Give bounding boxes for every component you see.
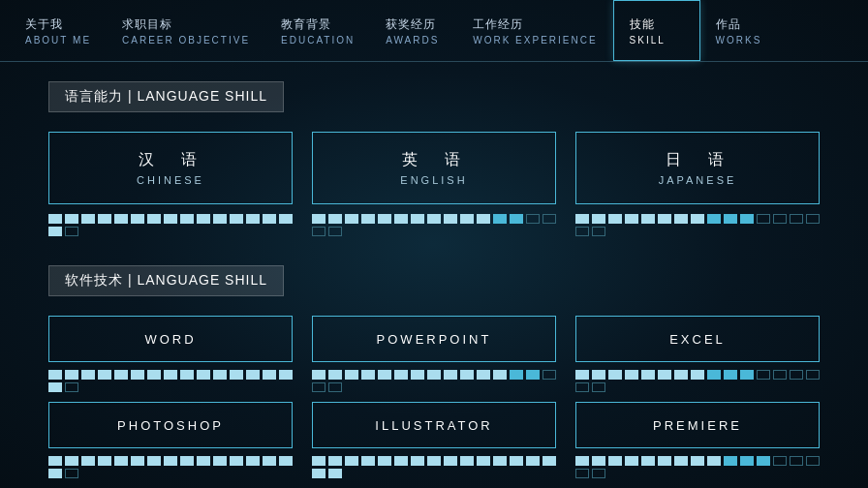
progress-row bbox=[575, 370, 820, 392]
progress-cell bbox=[131, 456, 144, 466]
progress-cell bbox=[542, 456, 556, 466]
progress-cell bbox=[806, 214, 820, 224]
nav-label-zh: 获奖经历 bbox=[386, 16, 436, 33]
progress-cell bbox=[526, 214, 540, 224]
software-card: POWERPOINT bbox=[312, 316, 556, 392]
progress-cell bbox=[65, 469, 78, 478]
progress-cell bbox=[526, 370, 540, 380]
sw-name: WORD bbox=[144, 332, 196, 347]
skill-name-zh: 英 语 bbox=[323, 150, 545, 170]
progress-cell bbox=[444, 370, 457, 380]
progress-cell bbox=[444, 456, 457, 466]
language-skill-card: 英 语 ENGLISH bbox=[312, 132, 556, 236]
progress-row bbox=[312, 214, 556, 236]
sw-box: EXCEL bbox=[575, 316, 820, 362]
software-card: PHOTOSHOP bbox=[48, 402, 293, 478]
nav-item-work-experience[interactable]: 工作经历 WORK EXPERIENCE bbox=[457, 0, 612, 61]
progress-cell bbox=[625, 370, 638, 380]
progress-cell bbox=[740, 456, 754, 466]
progress-cell bbox=[328, 227, 342, 236]
progress-cell bbox=[246, 214, 260, 224]
progress-cell bbox=[263, 370, 276, 380]
progress-cell bbox=[345, 214, 358, 224]
nav-label-zh: 关于我 bbox=[25, 16, 63, 33]
software-grid: WORDPOWERPOINTEXCELPHOTOSHOPILLUSTRATORP… bbox=[48, 316, 820, 478]
progress-cell bbox=[411, 214, 424, 224]
progress-cell bbox=[312, 227, 326, 236]
progress-cell bbox=[230, 214, 243, 224]
progress-cell bbox=[707, 456, 721, 466]
progress-cell bbox=[394, 370, 408, 380]
progress-cell bbox=[477, 214, 490, 224]
progress-cell bbox=[312, 214, 326, 224]
progress-cell bbox=[65, 382, 78, 392]
progress-cell bbox=[378, 370, 391, 380]
progress-cell bbox=[328, 370, 342, 380]
progress-cell bbox=[773, 456, 787, 466]
progress-cell bbox=[98, 370, 111, 380]
progress-cell bbox=[592, 214, 605, 224]
progress-cell bbox=[575, 456, 589, 466]
progress-cell bbox=[510, 214, 523, 224]
nav-label-zh: 工作经历 bbox=[473, 16, 523, 33]
sw-box: PHOTOSHOP bbox=[48, 402, 293, 448]
software-card: ILLUSTRATOR bbox=[312, 402, 556, 478]
progress-cell bbox=[608, 370, 622, 380]
nav-label-zh: 作品 bbox=[716, 16, 741, 33]
progress-cell bbox=[444, 214, 457, 224]
nav-item-about-me[interactable]: 关于我 ABOUT ME bbox=[10, 0, 107, 61]
progress-cell bbox=[460, 370, 474, 380]
progress-cell bbox=[164, 370, 177, 380]
sw-name: EXCEL bbox=[669, 332, 726, 347]
nav-label-en: AWARDS bbox=[386, 35, 439, 46]
software-section: 软件技术 | LANGUAGE SHILL WORDPOWERPOINTEXCE… bbox=[48, 265, 820, 478]
progress-cell bbox=[592, 382, 605, 392]
progress-cell bbox=[48, 456, 62, 466]
progress-cell bbox=[707, 214, 721, 224]
progress-cell bbox=[592, 227, 605, 236]
progress-cell bbox=[345, 370, 358, 380]
progress-cell bbox=[180, 214, 194, 224]
software-row: WORDPOWERPOINTEXCEL bbox=[48, 316, 820, 392]
progress-cell bbox=[147, 214, 161, 224]
nav-label-en: WORK EXPERIENCE bbox=[473, 35, 597, 46]
progress-cell bbox=[147, 456, 161, 466]
progress-cell bbox=[246, 456, 260, 466]
language-section-header: 语言能力 | LANGUAGE SHILL bbox=[48, 81, 284, 112]
nav-item-education[interactable]: 教育背景 EDUCATION bbox=[265, 0, 370, 61]
progress-cell bbox=[757, 456, 770, 466]
progress-cell bbox=[312, 370, 326, 380]
progress-cell bbox=[230, 456, 243, 466]
navigation: 关于我 ABOUT ME 求职目标 CAREER OBJECTIVE 教育背景 … bbox=[0, 0, 868, 62]
progress-cell bbox=[592, 456, 605, 466]
skill-box: 汉 语 CHINESE bbox=[48, 132, 293, 204]
nav-item-skill[interactable]: 技能 SKILL bbox=[613, 0, 700, 61]
progress-cell bbox=[790, 456, 803, 466]
nav-item-works[interactable]: 作品 WORKS bbox=[700, 0, 788, 61]
progress-cell bbox=[575, 227, 589, 236]
progress-cell bbox=[81, 214, 95, 224]
progress-cell bbox=[131, 214, 144, 224]
progress-cell bbox=[246, 370, 260, 380]
software-card: WORD bbox=[48, 316, 293, 392]
progress-cell bbox=[81, 456, 95, 466]
nav-item-awards[interactable]: 获奖经历 AWARDS bbox=[370, 0, 457, 61]
sw-name: PREMIERE bbox=[653, 418, 742, 433]
skill-box: 日 语 JAPANESE bbox=[575, 132, 820, 204]
progress-cell bbox=[378, 456, 391, 466]
progress-cell bbox=[114, 370, 128, 380]
progress-cell bbox=[790, 370, 803, 380]
progress-cell bbox=[98, 456, 111, 466]
progress-cell bbox=[740, 370, 754, 380]
progress-cell bbox=[575, 370, 589, 380]
progress-cell bbox=[411, 456, 424, 466]
progress-cell bbox=[312, 469, 326, 478]
main-content: 语言能力 | LANGUAGE SHILL 汉 语 CHINESE 英 语 EN… bbox=[0, 62, 868, 488]
skill-name-zh: 汉 语 bbox=[59, 150, 282, 170]
sw-box: WORD bbox=[48, 316, 293, 362]
nav-item-career-objective[interactable]: 求职目标 CAREER OBJECTIVE bbox=[107, 0, 265, 61]
progress-cell bbox=[312, 456, 326, 466]
progress-cell bbox=[674, 370, 688, 380]
progress-cell bbox=[740, 214, 754, 224]
progress-cell bbox=[427, 370, 441, 380]
